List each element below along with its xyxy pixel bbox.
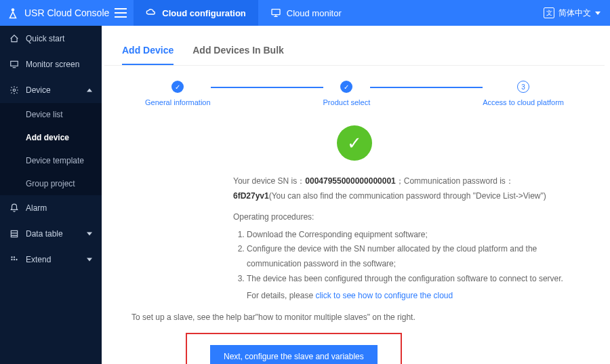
tab-add-device[interactable]: Add Device xyxy=(122,45,174,65)
screen-icon xyxy=(9,60,19,69)
nav-cloud-monitor[interactable]: Cloud monitor xyxy=(258,0,354,26)
slave-note: To set up a slave, see the help bar"how … xyxy=(131,310,564,325)
pw-mid: ；Communication password is： xyxy=(396,176,514,186)
gear-icon xyxy=(9,85,19,95)
main-content: Add Device Add Devices In Bulk ✓ General… xyxy=(102,26,610,364)
hamburger-icon[interactable] xyxy=(115,8,127,18)
operating-title: Operating procedures: xyxy=(233,210,564,225)
sidebar-sub-device-template[interactable]: Device template xyxy=(0,149,102,172)
monitor-icon xyxy=(270,7,281,18)
step-general-info: ✓ General information xyxy=(145,81,211,106)
sidebar: Quick start Monitor screen Device Device… xyxy=(0,26,102,364)
tab-add-devices-bulk[interactable]: Add Devices In Bulk xyxy=(192,45,284,65)
operating-steps-list: Download the Corresponding equipment sof… xyxy=(233,228,564,286)
sidebar-device-submenu: Device list Add device Device template G… xyxy=(0,103,102,195)
sidebar-item-label: Data table xyxy=(26,229,80,239)
wizard-steps: ✓ General information ✓ Product select 3… xyxy=(145,81,564,106)
sidebar-item-device[interactable]: Device xyxy=(0,77,102,103)
check-icon: ✓ xyxy=(175,83,180,91)
bell-icon xyxy=(9,203,19,213)
tabs: Add Device Add Devices In Bulk xyxy=(104,34,605,66)
check-icon: ✓ xyxy=(344,83,349,91)
nav-label: Cloud configuration xyxy=(162,8,245,18)
sn-prefix: Your device SN is： xyxy=(233,176,305,186)
step-label: General information xyxy=(145,98,211,106)
highlight-box: Next, configure the slave and variables xyxy=(186,333,402,364)
chevron-down-icon xyxy=(87,231,92,237)
svg-point-3 xyxy=(13,89,16,92)
next-configure-button[interactable]: Next, configure the slave and variables xyxy=(210,345,378,364)
svg-rect-1 xyxy=(272,9,280,15)
sidebar-item-monitor[interactable]: Monitor screen xyxy=(0,52,102,77)
step-connector xyxy=(370,87,483,88)
top-header: USR Cloud Console Cloud configuration Cl… xyxy=(0,0,610,26)
result-content: Your device SN is：00047955000000000001；C… xyxy=(104,174,605,364)
brand-title: USR Cloud Console xyxy=(24,7,109,18)
table-icon xyxy=(9,229,19,239)
chevron-down-icon xyxy=(87,257,92,262)
sn-value: 00047955000000000001 xyxy=(305,176,395,186)
step-dot-done: ✓ xyxy=(171,81,184,93)
svg-point-9 xyxy=(16,259,17,260)
sidebar-item-quickstart[interactable]: Quick start xyxy=(0,26,102,52)
svg-rect-2 xyxy=(11,61,18,66)
sidebar-item-label: Extend xyxy=(26,255,80,264)
operating-step: Download the Corresponding equipment sof… xyxy=(247,228,564,243)
language-label: 简体中文 xyxy=(558,7,591,19)
pw-suffix: (You can also find the communication pas… xyxy=(269,191,546,201)
configure-cloud-link[interactable]: click to see how to configure the cloud xyxy=(315,291,453,300)
brand: USR Cloud Console xyxy=(0,7,134,19)
step-access-cloud: 3 Access to cloud platform xyxy=(483,81,564,106)
grid-icon xyxy=(9,255,19,264)
pw-value: 6fD27yv1 xyxy=(233,191,269,201)
checkmark-icon: ✓ xyxy=(347,133,362,154)
svg-point-7 xyxy=(11,259,12,260)
sidebar-item-extend[interactable]: Extend xyxy=(0,247,102,272)
language-selector[interactable]: 文 简体中文 xyxy=(544,7,610,19)
step-dot-done: ✓ xyxy=(340,81,352,93)
step-connector xyxy=(211,87,323,88)
step-dot-current: 3 xyxy=(517,81,529,93)
details-line: For details, please click to see how to … xyxy=(233,289,564,304)
sidebar-item-label: Alarm xyxy=(26,203,92,213)
globe-icon: 文 xyxy=(544,7,554,18)
chevron-down-icon xyxy=(595,12,601,15)
operating-step: The device has been configured through t… xyxy=(247,272,564,287)
svg-point-6 xyxy=(14,256,15,258)
svg-point-5 xyxy=(11,256,12,258)
nav-label: Cloud monitor xyxy=(287,8,342,18)
step-label: Product select xyxy=(323,98,371,106)
logo-icon xyxy=(7,7,19,19)
success-indicator: ✓ xyxy=(337,125,372,161)
sidebar-item-label: Quick start xyxy=(26,34,92,43)
home-icon xyxy=(9,34,19,43)
step-product-select: ✓ Product select xyxy=(323,81,371,106)
operating-step: Configure the device with the SN number … xyxy=(247,242,564,271)
sidebar-sub-device-list[interactable]: Device list xyxy=(0,103,102,126)
sidebar-item-label: Monitor screen xyxy=(26,60,92,69)
cloud-config-icon xyxy=(146,7,157,18)
svg-rect-4 xyxy=(11,230,17,237)
step-label: Access to cloud platform xyxy=(483,98,564,106)
sidebar-sub-group-project[interactable]: Group project xyxy=(0,172,102,195)
details-prefix: For details, please xyxy=(247,291,315,300)
sidebar-item-datatable[interactable]: Data table xyxy=(0,221,102,247)
svg-point-8 xyxy=(14,259,15,260)
device-sn-line: Your device SN is：00047955000000000001；C… xyxy=(233,174,564,203)
sidebar-item-label: Device xyxy=(26,85,80,95)
sidebar-sub-add-device[interactable]: Add device xyxy=(0,126,102,149)
nav-cloud-configuration[interactable]: Cloud configuration xyxy=(134,0,258,26)
chevron-up-icon xyxy=(87,87,92,93)
sidebar-item-alarm[interactable]: Alarm xyxy=(0,195,102,221)
